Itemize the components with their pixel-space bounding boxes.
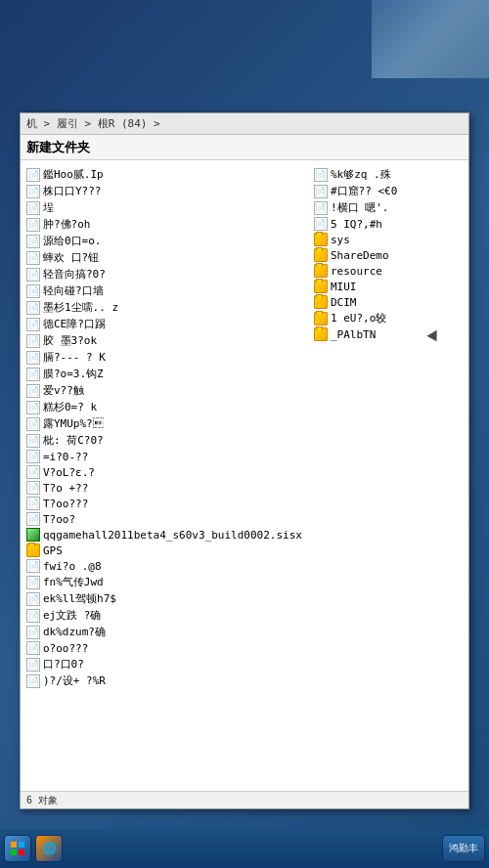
list-item[interactable]: 📄%k够zq .殊 (312, 166, 465, 183)
list-item[interactable]: 📄肿?佛?oh (24, 216, 304, 233)
file-icon: 📄 (26, 592, 40, 606)
file-name: DCIM (331, 296, 357, 309)
list-item[interactable]: 📄5 IQ?,#h (312, 216, 465, 232)
list-item[interactable]: 📄!横口 嗯'. (312, 199, 465, 216)
list-item[interactable]: qqgamehall2011beta4_s60v3_build0002.sisx (24, 527, 304, 542)
list-item[interactable]: 📄口?口0? (24, 656, 304, 673)
list-item[interactable]: 📄墨杉1尘嚅.. z (24, 299, 304, 316)
file-name: resource (331, 265, 382, 278)
taskbar-right-label: 鸿勤丰 (442, 835, 485, 862)
list-item[interactable]: 📄株口口Y??? (24, 183, 304, 199)
file-name: ShareDemo (331, 249, 389, 262)
status-bar: 6 对象 (21, 791, 468, 808)
list-item[interactable]: 📄膜?o=3.钩Z (24, 366, 304, 382)
list-item[interactable]: 1 eU?,o较 (312, 310, 465, 326)
file-icon: 📄 (26, 235, 40, 248)
file-icon: 📄 (26, 351, 40, 365)
list-item[interactable]: 📄胶 墨3?ok (24, 332, 304, 349)
list-item[interactable]: 📄=i?0-?? (24, 449, 304, 464)
list-item[interactable]: 📄ej文跌 ?确 (24, 607, 304, 624)
file-icon: 📄 (314, 168, 328, 182)
list-item[interactable]: 📄鑑Hoo腻.Ip (24, 166, 304, 183)
list-item[interactable]: 📄fn%气传Jwd (24, 574, 304, 590)
file-name: 1 eU?,o较 (331, 311, 386, 326)
list-item[interactable]: ShareDemo (312, 247, 465, 263)
file-name: fwi?o .@8 (43, 560, 102, 573)
svg-rect-2 (11, 849, 17, 855)
list-item[interactable]: 📄o?oo??? (24, 640, 304, 656)
list-item[interactable]: sys (312, 232, 465, 247)
list-item[interactable]: 📄蟀欢 口?钮 (24, 249, 304, 266)
list-item[interactable]: 📄源给0口=o. (24, 233, 304, 249)
folder-icon (314, 312, 328, 326)
file-name: T?oo? (43, 513, 75, 526)
file-name: MIUI (331, 281, 357, 293)
list-item[interactable]: 📄轻向碰?口墙 (24, 282, 304, 299)
taskbar-brand: 鸿勤丰 (449, 842, 478, 855)
file-name: o?oo??? (43, 642, 88, 655)
file-name: 爱v??触 (43, 383, 84, 398)
list-item[interactable]: 📄枇: 荷C?0? (24, 432, 304, 449)
file-icon: 📄 (26, 301, 40, 315)
file-name: 胶 墨3?ok (43, 333, 97, 348)
file-icon: 📄 (26, 434, 40, 448)
list-item[interactable]: 📄膈?--- ? K (24, 349, 304, 366)
list-item[interactable]: 📄爱v??触 (24, 382, 304, 399)
file-icon: 📄 (26, 185, 40, 198)
browser-icon-symbol: 🌐 (42, 842, 57, 855)
file-icon: 📄 (26, 168, 40, 182)
list-item[interactable]: 📄T?oo? (24, 511, 304, 527)
list-item[interactable]: resource (312, 263, 465, 279)
file-name: 露YMUp%? (43, 416, 104, 431)
list-item[interactable]: 📄轻音向搞?0? (24, 266, 304, 282)
address-path: 机 > 履引 > 根R (84) > (26, 116, 160, 131)
list-item[interactable]: 📄埕 (24, 199, 304, 216)
file-name: _PAlbTN (331, 328, 376, 341)
file-name: T?oo??? (43, 498, 88, 510)
file-name: sys (331, 234, 350, 246)
file-icon: 📄 (26, 609, 40, 623)
file-column-right: 📄%k够zq .殊📄#口窟?? <€0📄!横口 嗯'.📄5 IQ?,#hsysS… (308, 164, 468, 787)
file-icon: 📄 (26, 674, 40, 688)
list-item[interactable]: 📄糕杉0=? k (24, 399, 304, 415)
file-name: )?/设+ ?%R (43, 673, 106, 688)
list-item[interactable]: 📄dk%dzum?确 (24, 624, 304, 640)
file-icon: 📄 (26, 559, 40, 573)
file-name: 轻音向搞?0? (43, 267, 106, 282)
file-name: 德CE障?口踢 (43, 317, 106, 331)
file-icon: 📄 (26, 334, 40, 348)
file-name: 膜?o=3.钩Z (43, 367, 104, 381)
list-item[interactable]: 📄露YMUp%? (24, 415, 304, 432)
list-item[interactable]: 📄德CE障?口踢 (24, 316, 304, 332)
file-icon: 📄 (26, 576, 40, 589)
folder-icon (314, 327, 328, 341)
list-item[interactable]: 📄)?/设+ ?%R (24, 673, 304, 689)
file-icon: 📄 (314, 185, 328, 198)
file-name: 膈?--- ? K (43, 350, 106, 365)
taskbar-browser-icon[interactable]: 🌐 (35, 835, 63, 862)
svg-rect-1 (19, 842, 24, 847)
exe-icon (26, 528, 40, 542)
file-name: ej文跌 ?确 (43, 608, 102, 623)
taskbar-start-icon[interactable] (4, 835, 31, 862)
list-item[interactable]: 📄fwi?o .@8 (24, 558, 304, 574)
list-item[interactable]: 📄V?oL?ε.? (24, 464, 304, 480)
toolbar: 新建文件夹 (21, 135, 468, 160)
list-item[interactable]: MIUI (312, 279, 465, 294)
list-item[interactable]: 📄T?o +?? (24, 480, 304, 496)
folder-icon (314, 280, 328, 293)
folder-icon (314, 264, 328, 278)
file-icon: 📄 (26, 384, 40, 398)
list-item[interactable]: GPS (24, 542, 304, 558)
list-item[interactable]: 📄T?oo??? (24, 496, 304, 511)
file-name: %k够zq .殊 (331, 167, 391, 182)
file-name: GPS (43, 544, 63, 557)
file-icon: 📄 (26, 201, 40, 215)
file-name: #口窟?? <€0 (331, 184, 397, 198)
corner-decoration (372, 0, 489, 78)
list-item[interactable]: 📄#口窟?? <€0 (312, 183, 465, 199)
list-item[interactable]: 📄ek%ll驾顿h7$ (24, 590, 304, 607)
list-item[interactable]: _PAlbTN (312, 326, 465, 342)
list-item[interactable]: DCIM (312, 294, 465, 310)
file-list[interactable]: 📄鑑Hoo腻.Ip📄株口口Y???📄埕📄肿?佛?oh📄源给0口=o.📄蟀欢 口?… (21, 160, 468, 791)
